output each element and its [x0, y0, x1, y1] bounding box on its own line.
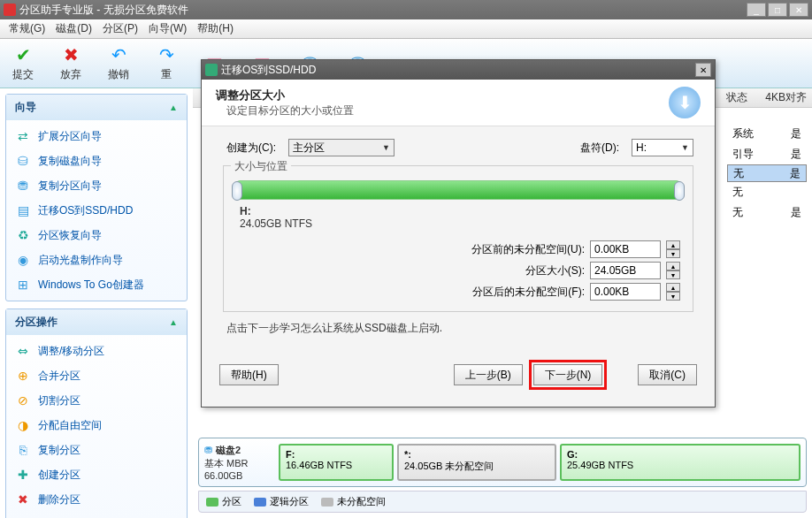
size-input[interactable]: 24.05GB — [590, 262, 661, 279]
sidebar-item-copy-partition[interactable]: ⛃复制分区向导 — [6, 173, 187, 198]
migrate-dialog: 迁移OS到SSD/HDD ✕ 调整分区大小 设定目标分区的大小或位置 ⬇ 创建为… — [201, 59, 716, 408]
split-icon: ⊘ — [15, 392, 31, 408]
spin-up-icon[interactable]: ▲ — [666, 283, 680, 292]
spinner[interactable]: ▲▼ — [666, 283, 680, 301]
wizard-panel-header[interactable]: 向导 ▲ — [6, 95, 187, 120]
create-as-row: 创建为(C): 主分区▼ 盘符(D): H:▼ — [223, 139, 693, 156]
menu-general[interactable]: 常规(G) — [5, 19, 49, 38]
dialog-subheading: 设定目标分区的大小或位置 — [226, 103, 354, 118]
disk-icon: ⛃ — [204, 445, 212, 456]
undo-button[interactable]: ↶ 撤销 — [103, 44, 134, 82]
unalloc-after-input[interactable]: 0.00KB — [590, 283, 661, 301]
delete-icon: ✖ — [15, 491, 31, 507]
legend-primary: 分区 — [206, 495, 241, 508]
window-titlebar: 分区助手专业版 - 无损分区免费软件 _ □ ✕ — [0, 0, 812, 19]
menu-bar: 常规(G) 磁盘(D) 分区(P) 向导(W) 帮助(H) — [0, 19, 812, 39]
ssd-icon: ▤ — [15, 202, 31, 218]
menu-disk[interactable]: 磁盘(D) — [52, 19, 96, 38]
menu-help[interactable]: 帮助(H) — [194, 19, 237, 38]
check-icon: ✔ — [12, 44, 34, 65]
next-button[interactable]: 下一步(N) — [533, 364, 603, 385]
table-row[interactable]: 无 — [727, 182, 807, 202]
sidebar-item-create[interactable]: ✚创建分区 — [6, 462, 187, 487]
window-controls: _ □ ✕ — [747, 3, 808, 17]
partition-copy-icon: ⛃ — [15, 178, 31, 194]
discard-button[interactable]: ✖ 放弃 — [55, 44, 87, 82]
merge-icon: ⊕ — [15, 368, 31, 384]
slider-handle-right[interactable] — [674, 181, 685, 201]
table-row[interactable]: 无是 — [727, 164, 807, 182]
commit-button[interactable]: ✔ 提交 — [7, 44, 39, 82]
window-title: 分区助手专业版 - 无损分区免费软件 — [19, 3, 747, 18]
partition-rows-right: 系统是 引导是 无是 无 无是 — [727, 124, 807, 223]
unalloc-before-input[interactable]: 0.00KB — [590, 240, 661, 258]
help-button[interactable]: 帮助(H) — [219, 364, 279, 385]
unalloc-after-row: 分区后的未分配空间(F): 0.00KB ▲▼ — [236, 283, 680, 301]
partition-info: H: 24.05GB NTFS — [240, 205, 680, 230]
partition-unalloc[interactable]: *: 24.05GB 未分配空间 — [397, 444, 556, 481]
create-as-select[interactable]: 主分区▼ — [288, 139, 395, 156]
spin-up-icon[interactable]: ▲ — [666, 240, 680, 249]
sidebar-item-copy-disk[interactable]: ⛁复制磁盘向导 — [6, 149, 187, 173]
menu-partition[interactable]: 分区(P) — [99, 19, 142, 38]
sidebar-item-resize[interactable]: ⇔调整/移动分区 — [6, 339, 187, 363]
wizard-panel-title: 向导 — [15, 100, 36, 115]
legend-unalloc: 未分配空间 — [321, 495, 386, 508]
undo-icon: ↶ — [108, 44, 129, 65]
partition-slider[interactable] — [236, 180, 680, 200]
ops-panel: 分区操作 ▲ ⇔调整/移动分区 ⊕合并分区 ⊘切割分区 ◑分配自由空间 ⎘复制分… — [5, 309, 188, 518]
close-button[interactable]: ✕ — [789, 3, 808, 17]
sidebar-item-recovery[interactable]: ♻分区恢复向导 — [6, 223, 187, 248]
slider-handle-left[interactable] — [232, 181, 242, 201]
spin-up-icon[interactable]: ▲ — [666, 262, 680, 270]
sidebar-item-split[interactable]: ⊘切割分区 — [6, 388, 187, 413]
disc-icon: ◉ — [15, 252, 31, 268]
sidebar-item-copy[interactable]: ⎘复制分区 — [6, 438, 187, 462]
partition-f[interactable]: F: 16.46GB NTFS — [279, 444, 394, 481]
sidebar-item-boot-disc[interactable]: ◉启动光盘制作向导 — [6, 248, 187, 272]
sidebar-item-extend[interactable]: ⇄扩展分区向导 — [6, 124, 187, 149]
sidebar-item-migrate-os[interactable]: ▤迁移OS到SSD/HDD — [6, 198, 187, 223]
spinner[interactable]: ▲▼ — [666, 262, 680, 279]
dialog-tip: 点击下一步学习怎么让系统从SSD磁盘上启动. — [226, 321, 690, 336]
sidebar-item-alloc[interactable]: ◑分配自由空间 — [6, 413, 187, 438]
disk-copy-icon: ⛁ — [15, 153, 31, 169]
drive-letter-select[interactable]: H:▼ — [632, 139, 693, 156]
dialog-titlebar: 迁移OS到SSD/HDD ✕ — [202, 60, 715, 80]
cancel-button[interactable]: 取消(C) — [638, 364, 697, 385]
table-row[interactable]: 系统是 — [727, 124, 807, 144]
redo-icon: ↷ — [156, 44, 177, 65]
back-button[interactable]: 上一步(B) — [454, 364, 523, 385]
sidebar-item-delete[interactable]: ✖删除分区 — [6, 487, 187, 512]
ops-panel-header[interactable]: 分区操作 ▲ — [6, 309, 187, 335]
table-row[interactable]: 引导是 — [727, 144, 807, 164]
drive-letter-label: 盘符(D): — [566, 141, 619, 156]
dialog-header: 调整分区大小 设定目标分区的大小或位置 ⬇ — [202, 80, 715, 126]
col-align: 4KB对齐 — [765, 90, 807, 105]
redo-button[interactable]: ↷ 重 — [150, 44, 182, 82]
size-row: 分区大小(S): 24.05GB ▲▼ — [236, 262, 680, 279]
app-icon — [4, 4, 16, 16]
spin-down-icon[interactable]: ▼ — [666, 270, 680, 279]
sidebar-item-merge[interactable]: ⊕合并分区 — [6, 363, 187, 388]
dialog-icon — [205, 64, 218, 76]
sidebar-item-format[interactable]: ▦格式化分区 — [6, 512, 187, 518]
create-as-label: 创建为(C): — [223, 141, 276, 156]
chevron-down-icon: ▼ — [382, 143, 390, 152]
minimize-button[interactable]: _ — [747, 3, 766, 17]
x-icon: ✖ — [60, 44, 81, 65]
menu-wizard[interactable]: 向导(W) — [145, 19, 190, 38]
spinner[interactable]: ▲▼ — [666, 240, 680, 258]
copy-icon: ⎘ — [15, 442, 31, 458]
spin-down-icon[interactable]: ▼ — [666, 249, 680, 258]
wizard-badge-icon: ⬇ — [669, 87, 701, 118]
wizard-list: ⇄扩展分区向导 ⛁复制磁盘向导 ⛃复制分区向导 ▤迁移OS到SSD/HDD ♻分… — [6, 120, 187, 301]
spin-down-icon[interactable]: ▼ — [666, 292, 680, 301]
maximize-button[interactable]: □ — [768, 3, 787, 17]
partition-g[interactable]: G: 25.49GB NTFS — [560, 444, 801, 481]
sidebar-item-wtg[interactable]: ⊞Windows To Go创建器 — [6, 272, 187, 297]
table-row[interactable]: 无是 — [727, 202, 807, 223]
alloc-icon: ◑ — [15, 417, 31, 433]
dialog-close-button[interactable]: ✕ — [695, 63, 711, 77]
windows-icon: ⊞ — [15, 277, 31, 293]
